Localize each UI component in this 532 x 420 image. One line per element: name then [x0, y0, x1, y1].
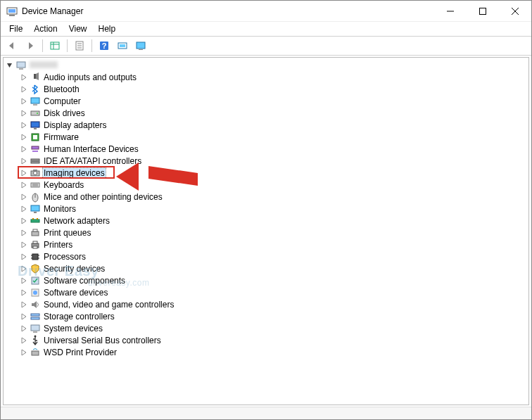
tree-item[interactable]: System devices — [4, 322, 528, 334]
tree-item[interactable]: Bluetooth — [4, 83, 528, 95]
tree-item-label[interactable]: Sound, video and game controllers — [43, 300, 175, 310]
svg-rect-43 — [31, 205, 39, 211]
tree-item-label[interactable]: Software devices — [43, 288, 108, 298]
tree-item[interactable]: IDE ATA/ATAPI controllers — [4, 155, 528, 167]
tree-item-label[interactable]: Firmware — [43, 132, 80, 142]
tree-item[interactable]: Sound, video and game controllers — [4, 298, 528, 310]
expander-icon[interactable] — [19, 324, 29, 333]
tree-item[interactable]: Human Interface Devices — [4, 143, 528, 155]
expander-icon[interactable] — [19, 156, 29, 166]
back-button[interactable] — [4, 38, 20, 53]
tree-item-label[interactable]: Mice and other pointing devices — [43, 192, 163, 202]
expander-icon[interactable] — [19, 288, 29, 298]
svg-point-65 — [34, 335, 37, 337]
expander-icon[interactable] — [19, 348, 29, 357]
tree-item-label[interactable]: Processors — [43, 252, 87, 262]
tree-item-label[interactable]: Disk drives — [43, 108, 86, 118]
tree-item-label[interactable]: Imaging devices — [43, 168, 106, 178]
expander-icon[interactable] — [19, 72, 29, 82]
show-hidden-button[interactable] — [46, 38, 63, 53]
tree-item[interactable]: Audio inputs and outputs — [4, 71, 528, 83]
expander-icon[interactable] — [19, 276, 29, 286]
svg-rect-62 — [31, 317, 39, 319]
tree-item[interactable]: Storage controllers — [4, 310, 528, 322]
maximize-button[interactable] — [467, 1, 499, 21]
tree-item-label[interactable]: Storage controllers — [43, 312, 115, 322]
menu-action[interactable]: Action — [28, 23, 63, 35]
tree-root[interactable] — [4, 59, 528, 71]
tree-item[interactable]: Imaging devices — [4, 167, 528, 179]
tree-item-label[interactable]: Software components — [43, 276, 126, 286]
tree-item[interactable]: Security devices — [4, 262, 528, 274]
minimize-button[interactable] — [434, 1, 467, 21]
tree-item[interactable]: Monitors — [4, 203, 528, 215]
tree-item[interactable]: Display adapters — [4, 119, 528, 131]
tree-item-label[interactable]: Universal Serial Bus controllers — [43, 336, 162, 345]
expander-icon[interactable] — [19, 132, 29, 142]
tree-item-label[interactable]: Bluetooth — [43, 84, 80, 94]
tree-item-label[interactable]: Computer — [43, 96, 82, 106]
menu-view[interactable]: View — [63, 23, 93, 35]
tree-item-label[interactable]: Human Interface Devices — [43, 144, 139, 154]
tree-item[interactable]: Mice and other pointing devices — [4, 191, 528, 203]
expander-icon[interactable] — [19, 216, 29, 226]
tree-item[interactable]: Processors — [4, 250, 528, 262]
tree-item[interactable]: Universal Serial Bus controllers — [4, 334, 528, 346]
svg-rect-47 — [37, 218, 38, 219]
tree-item[interactable]: Software devices — [4, 286, 528, 298]
scan-hardware-button[interactable] — [114, 38, 131, 53]
expander-icon[interactable] — [19, 204, 29, 214]
tree-item-label[interactable]: IDE ATA/ATAPI controllers — [43, 156, 142, 166]
toolbar-separator — [42, 39, 43, 52]
svg-rect-38 — [31, 183, 39, 187]
expander-icon[interactable] — [19, 228, 29, 238]
tree-item-label[interactable]: Audio inputs and outputs — [43, 72, 137, 82]
tree-item[interactable]: Disk drives — [4, 107, 528, 119]
add-legacy-button[interactable] — [132, 38, 149, 53]
tree-item-label[interactable]: System devices — [43, 324, 103, 333]
tree-item[interactable]: Print queues — [4, 227, 528, 238]
menu-help[interactable]: Help — [93, 23, 122, 35]
tree-item-label[interactable]: Monitors — [43, 204, 77, 214]
expander-icon[interactable] — [19, 336, 29, 345]
tree-item[interactable]: Computer — [4, 95, 528, 107]
menu-file[interactable]: File — [4, 23, 28, 35]
help-button[interactable]: ? — [96, 38, 113, 53]
expander-icon[interactable] — [19, 192, 29, 202]
svg-rect-44 — [34, 212, 37, 213]
expander-icon[interactable] — [5, 61, 15, 70]
expander-icon[interactable] — [19, 108, 29, 118]
expander-icon[interactable] — [19, 84, 29, 94]
expander-icon[interactable] — [19, 180, 29, 190]
tree-item[interactable]: WSD Print Provider — [4, 346, 528, 358]
tree-item-label[interactable]: WSD Print Provider — [43, 348, 118, 357]
expander-icon[interactable] — [19, 240, 29, 250]
tree-item[interactable]: Network adapters — [4, 215, 528, 227]
device-tree[interactable]: Audio inputs and outputsBluetoothCompute… — [3, 57, 529, 405]
tree-item-label[interactable]: Security devices — [43, 264, 106, 274]
tree-item[interactable]: Software components — [4, 274, 528, 286]
statusbar — [1, 407, 531, 419]
expander-icon[interactable] — [19, 120, 29, 130]
tree-item-label[interactable]: Network adapters — [43, 216, 110, 226]
expander-icon[interactable] — [19, 312, 29, 322]
tree-item[interactable]: Keyboards — [4, 179, 528, 191]
expander-icon[interactable] — [19, 252, 29, 262]
expander-icon[interactable] — [19, 144, 29, 154]
expander-icon[interactable] — [19, 264, 29, 274]
svg-rect-48 — [32, 231, 39, 236]
tree-item[interactable]: Printers — [4, 238, 528, 250]
tree-item-label[interactable]: Printers — [43, 240, 73, 250]
monitor-icon — [30, 203, 41, 215]
tree-item-label[interactable]: Display adapters — [43, 120, 107, 130]
properties-button[interactable] — [71, 38, 88, 53]
tree-item-label[interactable]: Keyboards — [43, 180, 84, 190]
expander-icon[interactable] — [19, 96, 29, 106]
expander-icon[interactable] — [19, 168, 29, 178]
tree-item-label[interactable]: Print queues — [43, 228, 91, 238]
bluetooth-icon — [30, 84, 41, 95]
tree-item[interactable]: Firmware — [4, 131, 528, 143]
close-button[interactable] — [499, 1, 531, 21]
forward-button[interactable] — [22, 38, 39, 53]
expander-icon[interactable] — [19, 300, 29, 310]
